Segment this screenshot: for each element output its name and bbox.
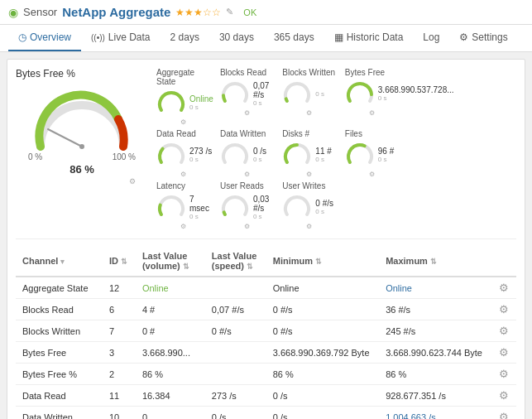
- cell-minimum: 0 /s: [266, 385, 379, 407]
- small-gauge-settings-icon-11[interactable]: ⚙: [244, 223, 250, 230]
- small-gauge-settings-icon-12[interactable]: ⚙: [306, 223, 312, 230]
- small-gauge-settings-icon-10[interactable]: ⚙: [180, 223, 186, 230]
- small-gauge-settings-icon-8[interactable]: ⚙: [369, 171, 375, 178]
- tab-historic[interactable]: ▦ Historic Data: [324, 25, 414, 51]
- cell-gear[interactable]: ⚙: [492, 342, 516, 364]
- row-gear-icon-1[interactable]: ⚙: [499, 303, 509, 315]
- col-header-lastval-sp[interactable]: Last Value(speed) ⇅: [205, 246, 266, 277]
- cell-gear[interactable]: ⚙: [492, 407, 516, 420]
- col-header-channel[interactable]: Channel ▾: [16, 246, 103, 277]
- cell-gear[interactable]: ⚙: [492, 385, 516, 407]
- small-gauge-value-11: 0,03 #/s: [253, 195, 276, 213]
- small-gauge-value-3: 3.668.990.537.728...: [378, 85, 454, 94]
- cell-id: 10: [103, 407, 136, 420]
- small-gauge-item-2: Blocks Written 0 s ⚙: [282, 68, 338, 126]
- edit-icon[interactable]: ✎: [226, 7, 233, 17]
- gauge-section: Bytes Free % 0 % 100 %: [16, 68, 516, 239]
- gauge-settings-icon[interactable]: ⚙: [129, 177, 136, 185]
- small-gauge-settings-icon-3[interactable]: ⚙: [369, 109, 375, 117]
- cell-minimum: 0 /s: [266, 407, 379, 420]
- tab-settings[interactable]: ⚙ Settings: [449, 25, 517, 51]
- tab-log[interactable]: Log: [413, 25, 449, 51]
- small-gauge-item-13: [345, 181, 454, 230]
- small-gauge-item-14: [461, 181, 516, 230]
- sort-icon-min: ⇅: [315, 258, 322, 266]
- small-gauge-item-5: Data Read 273 /s 0 s ⚙: [156, 129, 213, 178]
- cell-gear[interactable]: ⚙: [492, 277, 516, 299]
- small-gauge-subval-3: 0 s: [378, 94, 454, 102]
- cell-lastval-vol: 86 %: [136, 364, 205, 385]
- cell-gear[interactable]: ⚙: [492, 299, 516, 320]
- cell-gear[interactable]: ⚙: [492, 364, 516, 385]
- app-header: ◉ Sensor NetApp Aggregate ★★★☆☆ ✎ OK: [0, 0, 532, 25]
- overview-icon: ◷: [18, 31, 26, 43]
- small-gauge-subval-1: 0 s: [253, 99, 276, 107]
- row-gear-icon-5[interactable]: ⚙: [499, 389, 509, 402]
- large-gauge-title: Bytes Free %: [16, 68, 75, 79]
- tab-overview[interactable]: ◷ Overview: [8, 25, 81, 51]
- row-gear-icon-6[interactable]: ⚙: [499, 411, 509, 419]
- small-gauge-label-2: Blocks Written: [282, 68, 335, 77]
- tab-live-data[interactable]: ((•)) Live Data: [81, 25, 161, 51]
- small-gauge-item-4: [461, 68, 516, 126]
- large-gauge-labels: 0 % 100 %: [28, 152, 136, 161]
- small-gauge-circle-8: [345, 140, 375, 170]
- cell-lastval-vol: 4 #: [136, 299, 205, 320]
- small-gauge-value-7: 11 #: [315, 147, 331, 156]
- small-gauge-label-7: Disks #: [282, 129, 309, 138]
- small-gauge-settings-icon-5[interactable]: ⚙: [180, 171, 186, 178]
- live-icon: ((•)): [91, 33, 105, 42]
- small-gauge-subval-10: 0 s: [189, 213, 213, 220]
- table-row: Data Read 11 16.384 273 /s 0 /s 928.677.…: [16, 385, 516, 407]
- cell-lastval-sp: 0 /s: [205, 407, 266, 420]
- small-gauge-settings-icon-0[interactable]: ⚙: [180, 118, 186, 126]
- small-gauge-circle-0: [156, 88, 186, 118]
- row-gear-icon-4[interactable]: ⚙: [499, 368, 509, 380]
- svg-point-1: [79, 144, 84, 149]
- cell-gear[interactable]: ⚙: [492, 320, 516, 342]
- small-gauge-label-12: User Writes: [282, 181, 325, 190]
- small-gauge-value-0: Online: [189, 94, 213, 104]
- small-gauge-circle-5: [156, 140, 186, 170]
- small-gauge-settings-icon-1[interactable]: ⚙: [244, 109, 250, 117]
- row-gear-icon-3[interactable]: ⚙: [499, 346, 509, 359]
- small-gauge-subval-0: 0 s: [189, 104, 213, 111]
- small-gauge-circle-12: [282, 192, 312, 222]
- small-gauge-item-12: User Writes 0 #/s 0 s ⚙: [282, 181, 338, 230]
- cell-lastval-vol: 0 #: [136, 320, 205, 342]
- small-gauge-label-5: Data Read: [156, 129, 196, 138]
- row-gear-icon-2[interactable]: ⚙: [499, 325, 509, 337]
- cell-channel: Blocks Written: [16, 320, 103, 342]
- small-gauge-item-10: Latency 7 msec 0 s ⚙: [156, 181, 213, 230]
- small-gauge-circle-2: [282, 79, 312, 108]
- small-gauge-settings-icon-7[interactable]: ⚙: [306, 171, 312, 178]
- cell-maximum: 928.677.351 /s: [379, 385, 491, 407]
- sensor-icon: ◉: [8, 6, 18, 19]
- small-gauge-item-0: Aggregate State Online 0 s ⚙: [156, 68, 213, 126]
- tab-30days[interactable]: 30 days: [209, 25, 264, 51]
- col-header-gear: [492, 246, 516, 277]
- rating-stars[interactable]: ★★★☆☆: [175, 7, 221, 18]
- gauge-min-label: 0 %: [28, 152, 42, 161]
- cell-id: 11: [103, 385, 136, 407]
- data-table: Channel ▾ ID ⇅ Last Value(volume) ⇅ Last…: [16, 246, 516, 419]
- col-header-maximum[interactable]: Maximum ⇅: [379, 246, 491, 277]
- sort-icon-vol: ⇅: [183, 262, 189, 271]
- cell-maximum: 245 #/s: [379, 320, 491, 342]
- tab-365days[interactable]: 365 days: [264, 25, 324, 51]
- small-gauge-circle-6: [220, 140, 250, 170]
- col-header-minimum[interactable]: Minimum ⇅: [266, 246, 379, 277]
- small-gauge-settings-icon-2[interactable]: ⚙: [306, 109, 312, 117]
- cell-id: 7: [103, 320, 136, 342]
- large-gauge: [28, 84, 136, 151]
- col-header-id[interactable]: ID ⇅: [103, 246, 136, 277]
- small-gauge-item-6: Data Written 0 /s 0 s ⚙: [220, 129, 276, 178]
- col-header-lastval-vol[interactable]: Last Value(volume) ⇅: [136, 246, 205, 277]
- cell-maximum: 3.668.990.623.744 Byte: [379, 342, 491, 364]
- small-gauge-value-8: 96 #: [378, 147, 394, 156]
- small-gauge-subval-6: 0 s: [253, 156, 266, 163]
- tab-2days[interactable]: 2 days: [161, 25, 209, 51]
- small-gauge-settings-icon-6[interactable]: ⚙: [244, 171, 250, 178]
- row-gear-icon-0[interactable]: ⚙: [499, 282, 509, 294]
- status-badge: OK: [243, 7, 256, 17]
